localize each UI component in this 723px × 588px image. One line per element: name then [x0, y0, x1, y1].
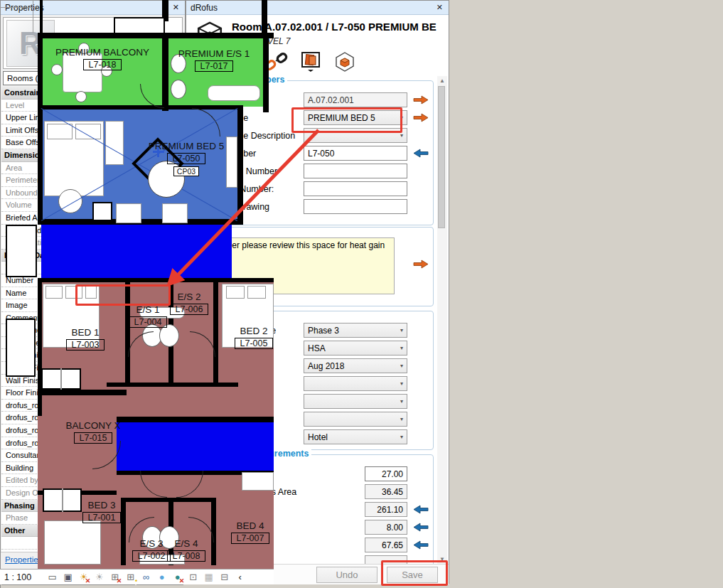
field-combo-room-name-description[interactable]: ▾	[304, 128, 407, 143]
chevron-down-icon: ▾	[400, 434, 403, 440]
field-combo-revit-model[interactable]: ▾	[304, 412, 407, 427]
bed	[44, 520, 101, 565]
wall	[38, 33, 43, 223]
overlay-glyph: •	[135, 577, 137, 584]
pillow	[247, 286, 266, 299]
show-crop-region-icon[interactable]: ⊞•	[124, 571, 136, 583]
scroll-down-icon[interactable]: ▼	[437, 556, 447, 562]
crop-view-off-icon[interactable]: ⊞✕	[109, 571, 121, 583]
window	[6, 319, 36, 377]
reveal-constraints-icon[interactable]: ⊟	[218, 571, 230, 583]
section-header-label: Phasing	[4, 501, 35, 510]
field-numeric: 8.00	[365, 520, 407, 535]
room-tag[interactable]: L7-007	[231, 533, 270, 544]
pillow	[85, 286, 97, 299]
chevron-down-icon: ▾	[400, 416, 403, 422]
visual-style-icon-glyph: ▭	[48, 572, 57, 582]
show-3d-icon[interactable]	[333, 50, 357, 73]
pull-from-revit-button[interactable]	[407, 523, 429, 532]
drofus-scrollbar[interactable]: ▲ ▼	[437, 76, 447, 564]
field-input-additional-number-[interactable]	[304, 181, 407, 196]
room-label-l7-018: PREMIUM BALCONYL7-018	[53, 47, 152, 70]
push-to-drofus-button[interactable]	[407, 95, 429, 105]
reveal-constraints-icon-glyph: ⊟	[220, 572, 228, 582]
field-combo-space-type[interactable]: Hotel▾	[304, 429, 407, 444]
field-combo-rds-arch[interactable]: ▾	[304, 376, 407, 391]
pull-from-revit-button[interactable]	[407, 540, 429, 550]
analytical-model-off-icon-glyph: ▦	[205, 572, 213, 582]
detail-level-icon[interactable]: ▣	[62, 571, 74, 583]
push-to-drofus-button[interactable]	[407, 113, 429, 122]
drofus-title: dRofus	[191, 3, 218, 13]
reveal-hidden-elements-icon[interactable]: ∞	[140, 571, 152, 583]
close-icon[interactable]: ✕	[435, 3, 444, 12]
wall	[38, 390, 127, 395]
field-combo-room-name[interactable]: PREMIUM BED 5▾	[304, 110, 407, 125]
combo-value: HSA	[308, 343, 326, 353]
close-icon[interactable]: ✕	[171, 3, 181, 12]
floor-plan-view[interactable]: PREMIUM BALCONYL7-018PREMIUM E/S 1L7-017…	[0, 0, 274, 584]
field-numeric	[365, 555, 407, 564]
field-input-name-on-drawing[interactable]	[304, 199, 407, 214]
field-input-room-number[interactable]: L7-050	[304, 146, 407, 161]
field-combo-delivery-month[interactable]: Aug 2018▾	[304, 358, 407, 373]
room-tag[interactable]: L7-050	[167, 153, 206, 164]
room-label-l7-015: BALCONY XL7-015	[43, 420, 143, 444]
room-tag[interactable]: L7-018	[83, 59, 122, 70]
room-label-l7-017: PREMIUM E/S 1L7-017	[164, 48, 264, 72]
room-label-l7-007: BED 4L7-007	[200, 520, 274, 544]
room-name: PREMIUM E/S 1	[164, 48, 264, 59]
room-name: BED 1	[36, 327, 135, 338]
field-input-user-room-number[interactable]	[304, 164, 407, 178]
save-button[interactable]: Save	[387, 567, 438, 583]
temporary-view-properties-icon[interactable]: ⊡	[187, 571, 199, 583]
pillow	[75, 124, 101, 139]
room-tag[interactable]: L7-005	[235, 338, 274, 349]
field-combo-rds-eng[interactable]: ▾	[304, 394, 407, 409]
field-numeric: 36.45	[365, 484, 407, 499]
collapse-bar-icon[interactable]: ‹	[234, 571, 246, 583]
push-note-to-drofus-button[interactable]	[400, 260, 429, 269]
cabinet	[92, 202, 112, 221]
pull-from-revit-button[interactable]	[407, 149, 429, 158]
field-combo-consultant[interactable]: HSA▾	[304, 341, 407, 356]
drofus-titlebar: dRofus ✕	[186, 1, 449, 15]
chevron-down-icon: ▾	[400, 132, 403, 139]
room-name: E/S 2	[139, 292, 239, 302]
wall	[40, 0, 43, 33]
show-crop-region-icon-glyph: ⊞	[127, 572, 134, 582]
view-scale-control[interactable]: 1 : 100	[4, 572, 31, 582]
analytical-model-off-icon[interactable]: ▦	[203, 571, 215, 583]
properties-titlebar: Properties ✕	[1, 1, 185, 15]
shadows-off-icon[interactable]: ☀	[93, 571, 105, 583]
finish-tag[interactable]: CP03	[173, 166, 199, 176]
room-name: BED 4	[200, 520, 274, 531]
room-tag[interactable]: L7-008	[167, 550, 206, 562]
open-in-drofus-icon[interactable]	[299, 50, 323, 73]
bed	[242, 472, 274, 491]
chevron-down-icon: ▾	[400, 363, 403, 369]
temporary-hide-isolate-icon[interactable]: ●	[156, 571, 168, 583]
pull-from-revit-button[interactable]	[407, 505, 429, 514]
room-tag[interactable]: L7-017	[195, 60, 234, 72]
room-tag[interactable]: L7-004	[129, 316, 168, 328]
scrollbar-thumb[interactable]	[438, 86, 445, 228]
visual-style-icon[interactable]: ▭	[46, 571, 58, 583]
scroll-up-icon[interactable]: ▲	[437, 77, 447, 84]
grid-line	[0, 7, 37, 8]
undo-button[interactable]: Undo	[316, 567, 377, 583]
corridor-band-upper[interactable]	[41, 225, 232, 278]
room-tag[interactable]: L7-001	[82, 512, 122, 523]
worksharing-display-off-icon[interactable]: ●✕	[171, 571, 183, 583]
pillow	[65, 286, 82, 299]
room-tag[interactable]: L7-003	[66, 339, 105, 351]
field-combo-construction-phase[interactable]: Phase 3▾	[304, 323, 407, 338]
room-name: BALCONY X	[43, 420, 143, 431]
field-numeric: 261.10	[365, 502, 407, 517]
chevron-down-icon: ▾	[400, 327, 403, 333]
room-name: PREMIUM BED 5	[136, 141, 236, 151]
field-numeric[interactable]: 27.00	[365, 466, 407, 481]
sun-path-off-icon[interactable]: ☀✕	[77, 571, 90, 583]
wall	[263, 33, 269, 112]
room-tag[interactable]: L7-015	[74, 432, 113, 444]
